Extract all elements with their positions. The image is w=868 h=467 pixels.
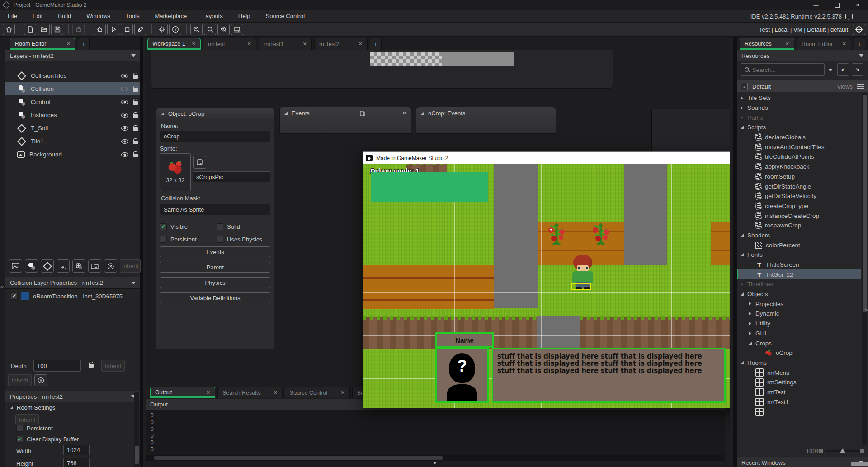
workspace-tab[interactable]: Workspace 1 ✕ bbox=[147, 38, 201, 50]
tree-arrow-icon[interactable] bbox=[749, 322, 755, 325]
tree-arrow-icon[interactable] bbox=[749, 312, 755, 316]
search-options-chevron[interactable] bbox=[828, 69, 833, 71]
add-background-layer-button[interactable] bbox=[9, 259, 22, 273]
sprite-name-input[interactable] bbox=[193, 171, 270, 182]
tab-room-editor[interactable]: Room Editor ✕ bbox=[10, 38, 75, 50]
resource-tree-item[interactable]: createCropType bbox=[737, 201, 861, 211]
collision-layer-properties-header[interactable]: Collision Layer Properties - rmTest2 bbox=[5, 277, 140, 289]
layer-row[interactable]: Collision bbox=[5, 82, 140, 95]
recent-windows-header[interactable]: Recent Windows bbox=[737, 457, 868, 467]
slider-thumb[interactable] bbox=[840, 448, 845, 453]
lock-icon[interactable] bbox=[133, 127, 138, 131]
resource-tree-item[interactable]: Utility bbox=[737, 319, 861, 329]
help-button[interactable]: ? bbox=[169, 24, 181, 35]
close-icon[interactable]: ✕ bbox=[402, 110, 406, 116]
clear-display-buffer-checkbox[interactable] bbox=[16, 436, 23, 443]
properties-scrollbar[interactable] bbox=[134, 392, 139, 467]
menu-item[interactable]: Marketplace bbox=[147, 13, 194, 19]
game-viewport[interactable]: Debug mode: 1 Name ? stuff that is displ… bbox=[363, 164, 730, 408]
tree-arrow-icon[interactable] bbox=[741, 126, 747, 129]
object-panel-button[interactable]: Events bbox=[160, 246, 270, 257]
width-input[interactable] bbox=[63, 445, 90, 455]
object-panel-button[interactable]: Physics bbox=[160, 277, 270, 288]
visibility-eye-icon[interactable] bbox=[121, 126, 128, 131]
lock-icon[interactable] bbox=[133, 154, 138, 157]
tree-arrow-icon[interactable] bbox=[741, 292, 747, 296]
resource-tree-item[interactable]: roomSetup bbox=[737, 172, 861, 182]
resource-tree-item[interactable]: Scripts bbox=[737, 123, 861, 132]
flag-checkbox[interactable] bbox=[160, 223, 167, 230]
visibility-eye-icon[interactable] bbox=[121, 74, 128, 78]
tree-scrollbar[interactable] bbox=[862, 93, 867, 445]
new-project-button[interactable] bbox=[24, 24, 36, 35]
game-window-titlebar[interactable]: Made in GameMaker Studio 2 — ✕ bbox=[363, 152, 730, 164]
clean-button[interactable] bbox=[134, 24, 146, 35]
lock-icon[interactable] bbox=[133, 88, 138, 92]
resource-tree-item[interactable]: Rooms bbox=[737, 358, 861, 368]
tree-arrow-icon[interactable] bbox=[741, 116, 747, 119]
target-manager-button[interactable] bbox=[853, 24, 865, 35]
zoom-slider[interactable] bbox=[825, 450, 864, 452]
resource-tree-item[interactable]: Dynamic bbox=[737, 309, 861, 319]
resource-tree-item[interactable]: rmMenu bbox=[737, 368, 861, 377]
minimize-button[interactable]: — bbox=[806, 0, 826, 10]
collision-mask-select[interactable]: Same As Sprite bbox=[160, 204, 270, 215]
nav-back-button[interactable]: < bbox=[837, 63, 849, 76]
delete-layer-button[interactable] bbox=[104, 259, 117, 273]
close-tab-icon[interactable]: ✕ bbox=[354, 41, 363, 47]
instance-row[interactable]: oRoomTransition inst_30D65975 bbox=[5, 290, 140, 302]
settings-button[interactable] bbox=[156, 24, 168, 35]
resource-tree-item[interactable]: moveAndContactTiles bbox=[737, 142, 861, 152]
resource-tree-item[interactable]: fTitleScreen bbox=[737, 260, 861, 270]
resource-root-row[interactable]: Default Views bbox=[737, 80, 868, 92]
output-tab[interactable]: Source Control ✕ bbox=[285, 387, 350, 398]
resource-tree-item[interactable]: oCrop bbox=[737, 348, 861, 358]
add-instance-layer-button[interactable] bbox=[25, 259, 38, 273]
object-panel-header[interactable]: Object: oCrop bbox=[156, 108, 274, 119]
collapse-left-icon[interactable]: « bbox=[0, 283, 4, 290]
resource-tree-item[interactable]: rmSettings bbox=[737, 377, 861, 387]
close-tab-icon[interactable]: ✕ bbox=[243, 41, 251, 47]
debug-button[interactable] bbox=[94, 24, 106, 35]
visibility-eye-icon[interactable] bbox=[121, 87, 128, 91]
tree-arrow-icon[interactable] bbox=[741, 106, 747, 110]
zoom-out-button[interactable] bbox=[190, 24, 203, 35]
resource-tree-item[interactable]: Tile Sets bbox=[737, 93, 861, 103]
expand-right-icon[interactable]: » bbox=[865, 307, 868, 313]
layer-row[interactable]: Tile1 bbox=[5, 135, 140, 148]
resource-tree-item[interactable]: Projectiles bbox=[737, 299, 861, 309]
instance-color-swatch[interactable] bbox=[21, 292, 29, 300]
views-menu-icon[interactable] bbox=[857, 84, 864, 89]
menu-item[interactable]: Build bbox=[50, 13, 79, 19]
close-tab-icon[interactable]: ✕ bbox=[838, 41, 846, 47]
output-log[interactable]: 000000 bbox=[146, 410, 725, 455]
resource-tree-item[interactable]: colorPercent bbox=[737, 240, 861, 250]
visibility-eye-icon[interactable] bbox=[121, 100, 128, 104]
resource-tree-item[interactable]: declareGlobals bbox=[737, 132, 861, 142]
home-button[interactable] bbox=[3, 24, 15, 35]
layer-row[interactable]: T_Soil bbox=[5, 122, 140, 135]
views-label[interactable]: Views bbox=[837, 83, 853, 90]
resource-tree-item[interactable]: Objects bbox=[737, 289, 861, 299]
open-project-button[interactable] bbox=[38, 24, 50, 35]
object-panel-button[interactable]: Parent bbox=[160, 262, 270, 273]
workspace-tab[interactable]: rmTest2 ✕ bbox=[314, 38, 368, 50]
laptop-mode-button[interactable] bbox=[231, 24, 243, 35]
layer-row[interactable]: Control bbox=[5, 95, 140, 108]
resource-tree-item[interactable]: fntGui_12 bbox=[737, 269, 861, 279]
add-tile-layer-button[interactable] bbox=[41, 259, 54, 273]
target-config-label[interactable]: Test | Local | VM | Default | default bbox=[759, 26, 848, 33]
flag-checkbox[interactable] bbox=[217, 223, 223, 230]
tree-arrow-icon[interactable] bbox=[749, 302, 755, 306]
layer-row[interactable]: Background bbox=[5, 148, 140, 161]
persistent-checkbox[interactable] bbox=[16, 425, 23, 432]
output-tab[interactable]: Output ✕ bbox=[150, 387, 215, 398]
close-tab-icon[interactable]: ✕ bbox=[62, 41, 71, 47]
run-button[interactable] bbox=[107, 24, 119, 35]
output-tab[interactable]: Search Results ✕ bbox=[217, 387, 283, 398]
visibility-eye-icon[interactable] bbox=[121, 139, 128, 144]
output-horizontal-scrollbar[interactable] bbox=[146, 455, 725, 461]
resource-tree-item[interactable]: Shaders bbox=[737, 231, 861, 241]
resources-header[interactable]: Resources bbox=[737, 50, 868, 61]
maximize-button[interactable] bbox=[826, 0, 847, 10]
